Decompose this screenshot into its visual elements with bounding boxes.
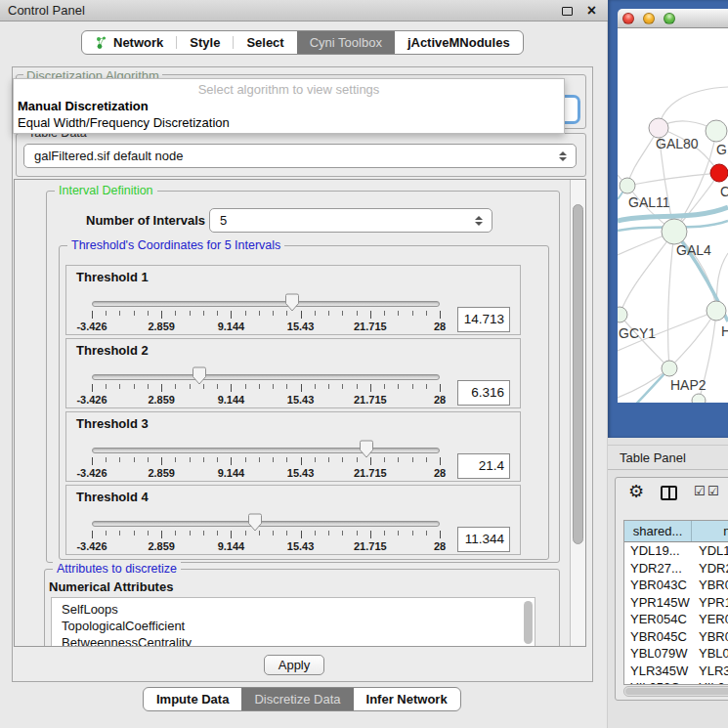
node-table[interactable]: shared... na YDL19...YDL1 YDR27...YDR2 Y… [623,520,728,685]
table-row[interactable]: YBR045CYBR0 [624,628,728,646]
tick-mark [301,531,302,538]
tick-mark [148,384,149,389]
control-panel-tabbar: Network Style Select Cyni Toolbox jActiv… [81,30,524,55]
list-item[interactable]: TopologicalCoefficient [52,618,535,634]
threshold-4-value-field[interactable]: 11.344 [457,527,510,552]
list-item[interactable]: SelfLoops [52,601,535,618]
node-label-hap2: HAP2 [670,377,707,393]
tick-mark [273,311,274,316]
tick-mark [119,457,120,462]
tick-mark [134,457,135,462]
slider-track[interactable] [92,521,440,527]
tick-mark [259,311,260,316]
cell: YLR345W [624,663,692,680]
cell: YBL079W [624,645,692,663]
table-data-combobox[interactable]: galFiltered.sif default node [23,144,577,168]
tick-mark [259,457,260,462]
tab-impute-data[interactable]: Impute Data [144,688,241,710]
tick-mark [92,311,93,319]
scrollbar-thumb[interactable] [573,204,583,544]
table-row[interactable]: YDR27...YDR2 [624,560,728,578]
tick-mark [384,384,385,389]
tick-mark [315,384,316,389]
tick-mark [231,531,232,538]
list-item[interactable]: BetweennessCentrality [52,634,535,647]
tick-mark [315,311,316,316]
attributes-group: Attributes to discretize Numerical Attri… [44,569,560,647]
checkbox-checked-icon[interactable]: ☑ [694,484,706,498]
columns-icon[interactable] [661,486,677,500]
checkbox-checked-icon[interactable]: ☑ [707,484,719,498]
scrollbar-thumb[interactable] [625,688,728,695]
float-window-icon[interactable] [562,7,573,16]
slider-scale: -3.426 2.859 9.144 15.43 21.715 28 [92,394,440,406]
tick-mark [106,457,107,462]
table-row[interactable]: YBR043CYBR0 [624,577,728,594]
table-row[interactable]: YBL079WYBL0 [624,645,728,663]
close-icon[interactable]: × [587,1,596,21]
threshold-3-slider[interactable]: -3.426 2.859 9.144 15.43 21.715 28 [92,442,440,481]
cell: YBR045C [624,628,692,646]
tick-mark [134,531,135,535]
tab-cyni-toolbox[interactable]: Cyni Toolbox [297,31,395,54]
zoom-traffic-light-icon[interactable] [664,13,675,24]
slider-thumb[interactable] [360,440,374,458]
algorithm-option-equal-width[interactable]: Equal Width/Frequency Discretization [18,115,230,130]
tab-cyni-toolbox-label: Cyni Toolbox [310,35,382,50]
slider-thumb[interactable] [248,513,263,532]
table-row[interactable]: YDL19...YDL1 [624,542,728,560]
tab-jactivemnodules[interactable]: jActiveMNodules [395,31,523,54]
gear-icon[interactable]: ⚙ [628,481,644,502]
list-scrollbar-thumb[interactable] [524,601,533,644]
slider-thumb[interactable] [193,366,207,385]
column-header-name[interactable]: na [692,521,728,541]
column-header-shared-name[interactable]: shared... [624,521,692,541]
table-panel-bar: Table Panel [608,445,728,470]
algorithm-option-manual[interactable]: Manual Discretization [18,99,149,113]
tab-network[interactable]: Network [82,31,176,54]
slider-thumb[interactable] [285,293,300,312]
table-row[interactable]: YLR345WYLR3 [624,663,728,680]
threshold-2-value-field[interactable]: 6.316 [457,380,510,406]
minimize-traffic-light-icon[interactable] [643,13,655,24]
tab-select[interactable]: Select [234,31,296,54]
numerical-attributes-label: Numerical Attributes [49,579,173,594]
tick-mark [426,531,427,535]
tick-mark [440,457,441,465]
number-of-intervals-label: Number of Intervals [86,213,205,228]
cell: YER054C [624,611,692,628]
numerical-attributes-list[interactable]: SelfLoops TopologicalCoefficient Between… [51,597,535,647]
threshold-1-value-field[interactable]: 14.713 [457,307,510,332]
table-horizontal-scrollbar[interactable] [623,686,728,697]
tab-infer-network[interactable]: Infer Network [354,688,460,710]
tab-style[interactable]: Style [177,31,233,54]
tab-discretize-data[interactable]: Discretize Data [241,688,353,710]
tick-mark [190,311,191,316]
node-gal80 [649,118,668,138]
threshold-1-slider[interactable]: -3.426 2.859 9.144 15.43 21.715 28 [92,295,440,334]
slider-track[interactable] [92,301,440,307]
node-gcy1 [618,307,627,322]
tab-jactivemnodules-label: jActiveMNodules [407,35,510,50]
close-traffic-light-icon[interactable] [622,13,634,24]
settings-vertical-scrollbar[interactable] [570,180,585,646]
tick-mark [315,531,316,535]
tick-mark [315,457,316,462]
number-of-intervals-combobox[interactable]: 5 [209,208,492,233]
apply-button[interactable]: Apply [264,655,324,675]
threshold-2-slider[interactable]: -3.426 2.859 9.144 15.43 21.715 28 [92,368,440,407]
tick-mark [440,384,441,392]
table-row[interactable]: YER054CYER0 [624,611,728,628]
slider-ticks [92,531,440,539]
table-row[interactable]: YPR145WYPR1 [624,594,728,612]
tick-mark [203,311,204,316]
table-row[interactable]: YIL052CYIL0 [624,679,728,685]
tab-select-label: Select [246,35,283,50]
slider-track[interactable] [92,374,440,380]
slider-track[interactable] [92,448,440,453]
network-graph: GAL80 G. C GAL11 GAL4 GCY1 H HAP2 [618,28,728,403]
threshold-3-value-field[interactable]: 21.4 [457,453,510,479]
scale-label: 9.144 [218,540,245,552]
threshold-4-slider[interactable]: -3.426 2.859 9.144 15.43 21.715 28 [92,515,440,554]
network-canvas[interactable]: GAL80 G. C GAL11 GAL4 GCY1 H HAP2 [618,28,728,403]
